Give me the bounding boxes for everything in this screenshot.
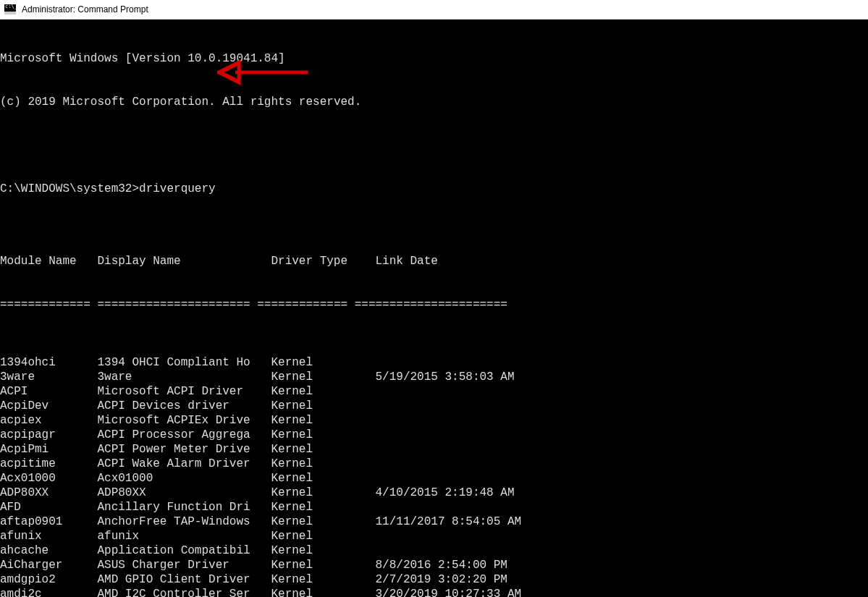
cmd-icon xyxy=(4,4,16,14)
table-row: amdgpio2AMD GPIO Client DriverKernel2/7/… xyxy=(0,572,868,587)
table-row: ahcacheApplication CompatibilKernel xyxy=(0,543,868,558)
table-row: acpiexMicrosoft ACPIEx DriveKernel xyxy=(0,413,868,428)
table-row: amdi2cAMD I2C Controller SerKernel3/20/2… xyxy=(0,587,868,597)
col-link-date: Link Date xyxy=(375,254,437,268)
table-row: afunixafunixKernel xyxy=(0,529,868,543)
terminal-area[interactable]: Microsoft Windows [Version 10.0.19041.84… xyxy=(0,20,868,597)
titlebar[interactable]: Administrator: Command Prompt xyxy=(0,0,868,20)
table-row: AcpiDevACPI Devices driverKernel xyxy=(0,399,868,413)
table-header-rule: ============= ====================== ===… xyxy=(0,297,868,312)
table-row: Acx01000Acx01000Kernel xyxy=(0,471,868,486)
table-row: 1394ohci1394 OHCI Compliant HoKernel xyxy=(0,355,868,370)
banner-line-1: Microsoft Windows [Version 10.0.19041.84… xyxy=(0,51,868,66)
col-driver-type: Driver Type xyxy=(271,254,375,268)
prompt-path: C:\WINDOWS\system32> xyxy=(0,182,139,195)
table-row: ADP80XXADP80XXKernel4/10/2015 2:19:48 AM xyxy=(0,486,868,500)
table-row: AFDAncillary Function DriKernel xyxy=(0,500,868,515)
table-row: AiChargerASUS Charger DriverKernel8/8/20… xyxy=(0,558,868,572)
table-row: acpitimeACPI Wake Alarm DriverKernel xyxy=(0,457,868,471)
col-display-name: Display Name xyxy=(97,254,271,268)
table-body: 1394ohci1394 OHCI Compliant HoKernel3war… xyxy=(0,355,868,597)
table-row: acpipagrACPI Processor AggregaKernel xyxy=(0,428,868,442)
table-header-row: Module NameDisplay NameDriver TypeLink D… xyxy=(0,254,868,268)
banner-line-2: (c) 2019 Microsoft Corporation. All righ… xyxy=(0,95,868,109)
window-title: Administrator: Command Prompt xyxy=(22,4,148,14)
prompt-line: C:\WINDOWS\system32>driverquery xyxy=(0,182,868,196)
table-row: 3ware3wareKernel5/19/2015 3:58:03 AM xyxy=(0,370,868,384)
table-row: AcpiPmiACPI Power Meter DriveKernel xyxy=(0,442,868,457)
table-row: ACPIMicrosoft ACPI DriverKernel xyxy=(0,384,868,399)
table-row: aftap0901AnchorFree TAP-WindowsKernel11/… xyxy=(0,515,868,529)
col-module-name: Module Name xyxy=(0,254,97,268)
typed-command: driverquery xyxy=(139,182,216,195)
